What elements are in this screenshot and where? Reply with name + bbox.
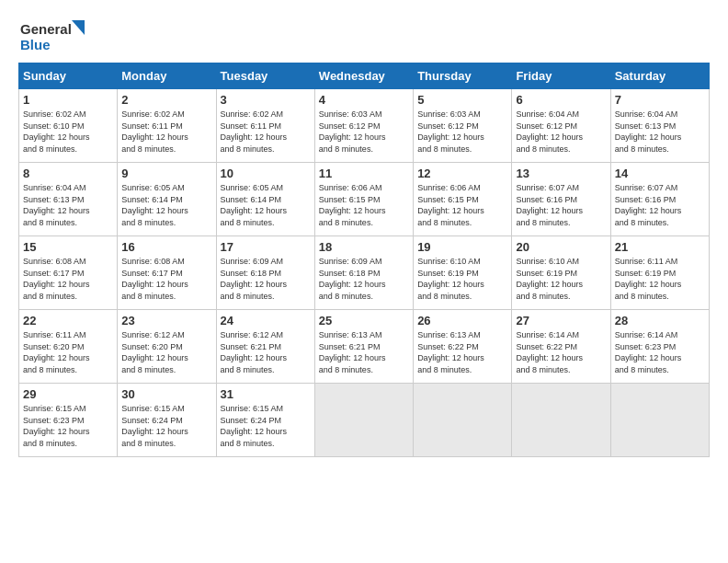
calendar-cell: 15Sunrise: 6:08 AM Sunset: 6:17 PM Dayli… — [19, 236, 118, 310]
day-info: Sunrise: 6:12 AM Sunset: 6:20 PM Dayligh… — [121, 329, 211, 375]
calendar-cell — [610, 384, 709, 457]
day-number: 10 — [221, 167, 311, 180]
calendar-cell: 28Sunrise: 6:14 AM Sunset: 6:23 PM Dayli… — [610, 310, 709, 384]
calendar-week-2: 8Sunrise: 6:04 AM Sunset: 6:13 PM Daylig… — [19, 163, 710, 236]
day-info: Sunrise: 6:12 AM Sunset: 6:21 PM Dayligh… — [221, 329, 311, 375]
day-number: 17 — [221, 240, 311, 254]
day-number: 31 — [221, 387, 311, 401]
day-info: Sunrise: 6:11 AM Sunset: 6:19 PM Dayligh… — [615, 256, 705, 302]
svg-marker-2 — [72, 20, 85, 35]
calendar-cell: 8Sunrise: 6:04 AM Sunset: 6:13 PM Daylig… — [19, 163, 118, 236]
day-info: Sunrise: 6:05 AM Sunset: 6:14 PM Dayligh… — [221, 182, 311, 228]
day-number: 25 — [319, 314, 409, 327]
day-info: Sunrise: 6:04 AM Sunset: 6:13 PM Dayligh… — [23, 182, 113, 228]
day-number: 15 — [23, 240, 113, 254]
calendar-cell: 22Sunrise: 6:11 AM Sunset: 6:20 PM Dayli… — [19, 310, 118, 384]
day-number: 9 — [121, 167, 211, 180]
calendar-cell — [512, 384, 610, 457]
calendar-week-3: 15Sunrise: 6:08 AM Sunset: 6:17 PM Dayli… — [19, 236, 710, 310]
calendar-cell: 26Sunrise: 6:13 AM Sunset: 6:22 PM Dayli… — [414, 310, 512, 384]
day-number: 1 — [23, 93, 113, 107]
calendar-header-row: SundayMondayTuesdayWednesdayThursdayFrid… — [19, 63, 710, 89]
day-number: 23 — [121, 314, 211, 327]
day-info: Sunrise: 6:03 AM Sunset: 6:12 PM Dayligh… — [319, 109, 409, 155]
day-number: 29 — [23, 387, 113, 401]
day-info: Sunrise: 6:09 AM Sunset: 6:18 PM Dayligh… — [319, 256, 409, 302]
day-info: Sunrise: 6:05 AM Sunset: 6:14 PM Dayligh… — [121, 182, 211, 228]
day-number: 7 — [615, 93, 705, 107]
calendar-table: SundayMondayTuesdayWednesdayThursdayFrid… — [18, 63, 710, 457]
day-header-sunday: Sunday — [19, 63, 118, 89]
day-info: Sunrise: 6:03 AM Sunset: 6:12 PM Dayligh… — [417, 109, 507, 155]
svg-text:General: General — [20, 21, 72, 37]
day-info: Sunrise: 6:09 AM Sunset: 6:18 PM Dayligh… — [221, 256, 311, 302]
day-number: 28 — [615, 314, 705, 327]
day-number: 20 — [516, 240, 606, 254]
day-info: Sunrise: 6:13 AM Sunset: 6:22 PM Dayligh… — [417, 329, 507, 375]
day-header-monday: Monday — [118, 63, 216, 89]
calendar-cell: 9Sunrise: 6:05 AM Sunset: 6:14 PM Daylig… — [118, 163, 216, 236]
calendar-week-1: 1Sunrise: 6:02 AM Sunset: 6:10 PM Daylig… — [19, 89, 710, 163]
logo: GeneralBlue — [18, 18, 92, 53]
calendar-cell: 19Sunrise: 6:10 AM Sunset: 6:19 PM Dayli… — [414, 236, 512, 310]
day-info: Sunrise: 6:10 AM Sunset: 6:19 PM Dayligh… — [516, 256, 606, 302]
day-info: Sunrise: 6:04 AM Sunset: 6:12 PM Dayligh… — [516, 109, 606, 155]
day-header-thursday: Thursday — [414, 63, 512, 89]
day-header-wednesday: Wednesday — [314, 63, 413, 89]
calendar-cell: 23Sunrise: 6:12 AM Sunset: 6:20 PM Dayli… — [118, 310, 216, 384]
day-number: 27 — [516, 314, 606, 327]
svg-text:Blue: Blue — [20, 37, 51, 52]
calendar-cell: 21Sunrise: 6:11 AM Sunset: 6:19 PM Dayli… — [610, 236, 709, 310]
calendar-cell: 6Sunrise: 6:04 AM Sunset: 6:12 PM Daylig… — [512, 89, 610, 163]
calendar-body: 1Sunrise: 6:02 AM Sunset: 6:10 PM Daylig… — [19, 89, 710, 457]
calendar-cell: 18Sunrise: 6:09 AM Sunset: 6:18 PM Dayli… — [314, 236, 413, 310]
day-info: Sunrise: 6:15 AM Sunset: 6:24 PM Dayligh… — [221, 403, 311, 449]
calendar-cell: 3Sunrise: 6:02 AM Sunset: 6:11 PM Daylig… — [216, 89, 314, 163]
day-number: 11 — [319, 167, 409, 180]
calendar-cell: 30Sunrise: 6:15 AM Sunset: 6:24 PM Dayli… — [118, 384, 216, 457]
day-number: 19 — [417, 240, 507, 254]
day-number: 14 — [615, 167, 705, 180]
calendar-cell: 13Sunrise: 6:07 AM Sunset: 6:16 PM Dayli… — [512, 163, 610, 236]
calendar-cell: 5Sunrise: 6:03 AM Sunset: 6:12 PM Daylig… — [414, 89, 512, 163]
calendar-cell: 31Sunrise: 6:15 AM Sunset: 6:24 PM Dayli… — [216, 384, 314, 457]
calendar-cell: 17Sunrise: 6:09 AM Sunset: 6:18 PM Dayli… — [216, 236, 314, 310]
day-number: 18 — [319, 240, 409, 254]
day-info: Sunrise: 6:15 AM Sunset: 6:23 PM Dayligh… — [23, 403, 113, 449]
calendar-cell: 7Sunrise: 6:04 AM Sunset: 6:13 PM Daylig… — [610, 89, 709, 163]
day-info: Sunrise: 6:07 AM Sunset: 6:16 PM Dayligh… — [615, 182, 705, 228]
calendar-week-4: 22Sunrise: 6:11 AM Sunset: 6:20 PM Dayli… — [19, 310, 710, 384]
calendar-cell: 24Sunrise: 6:12 AM Sunset: 6:21 PM Dayli… — [216, 310, 314, 384]
calendar-cell: 20Sunrise: 6:10 AM Sunset: 6:19 PM Dayli… — [512, 236, 610, 310]
calendar-cell: 16Sunrise: 6:08 AM Sunset: 6:17 PM Dayli… — [118, 236, 216, 310]
day-number: 30 — [121, 387, 211, 401]
calendar-cell: 14Sunrise: 6:07 AM Sunset: 6:16 PM Dayli… — [610, 163, 709, 236]
calendar-cell: 29Sunrise: 6:15 AM Sunset: 6:23 PM Dayli… — [19, 384, 118, 457]
day-info: Sunrise: 6:10 AM Sunset: 6:19 PM Dayligh… — [417, 256, 507, 302]
day-info: Sunrise: 6:08 AM Sunset: 6:17 PM Dayligh… — [121, 256, 211, 302]
day-number: 21 — [615, 240, 705, 254]
day-info: Sunrise: 6:14 AM Sunset: 6:23 PM Dayligh… — [615, 329, 705, 375]
day-info: Sunrise: 6:11 AM Sunset: 6:20 PM Dayligh… — [23, 329, 113, 375]
calendar-cell: 2Sunrise: 6:02 AM Sunset: 6:11 PM Daylig… — [118, 89, 216, 163]
calendar-cell: 1Sunrise: 6:02 AM Sunset: 6:10 PM Daylig… — [19, 89, 118, 163]
calendar-cell: 25Sunrise: 6:13 AM Sunset: 6:21 PM Dayli… — [314, 310, 413, 384]
day-info: Sunrise: 6:02 AM Sunset: 6:11 PM Dayligh… — [121, 109, 211, 155]
day-number: 4 — [319, 93, 409, 107]
day-number: 24 — [221, 314, 311, 327]
calendar-cell — [414, 384, 512, 457]
day-info: Sunrise: 6:02 AM Sunset: 6:11 PM Dayligh… — [221, 109, 311, 155]
day-header-friday: Friday — [512, 63, 610, 89]
day-number: 3 — [221, 93, 311, 107]
day-number: 26 — [417, 314, 507, 327]
day-header-tuesday: Tuesday — [216, 63, 314, 89]
calendar-cell: 11Sunrise: 6:06 AM Sunset: 6:15 PM Dayli… — [314, 163, 413, 236]
day-info: Sunrise: 6:08 AM Sunset: 6:17 PM Dayligh… — [23, 256, 113, 302]
day-number: 13 — [516, 167, 606, 180]
day-number: 2 — [121, 93, 211, 107]
day-info: Sunrise: 6:06 AM Sunset: 6:15 PM Dayligh… — [417, 182, 507, 228]
day-info: Sunrise: 6:14 AM Sunset: 6:22 PM Dayligh… — [516, 329, 606, 375]
day-number: 22 — [23, 314, 113, 327]
day-info: Sunrise: 6:15 AM Sunset: 6:24 PM Dayligh… — [121, 403, 211, 449]
calendar-cell: 4Sunrise: 6:03 AM Sunset: 6:12 PM Daylig… — [314, 89, 413, 163]
